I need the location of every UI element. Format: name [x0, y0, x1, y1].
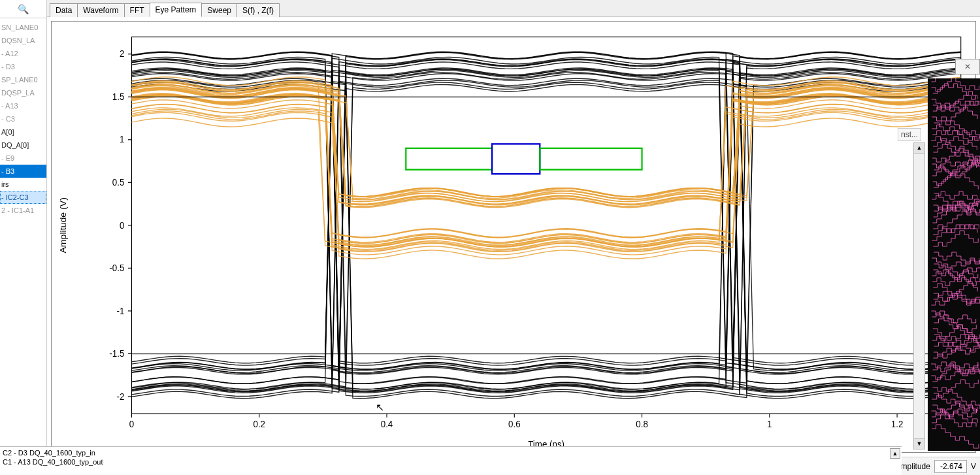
signal-item[interactable]: SN_LANE0 [0, 21, 46, 34]
log-panel: C2 - D3 DQ_40_1600_typ_in C1 - A13 DQ_40… [0, 446, 902, 475]
log-line: C1 - A13 DQ_40_1600_typ_out [3, 457, 899, 467]
svg-rect-37 [406, 148, 492, 170]
tab-eye-pattern[interactable]: Eye Pattern [150, 3, 203, 17]
signal-item[interactable]: - A13 [0, 99, 46, 112]
signal-item[interactable]: DQSP_LA [0, 86, 46, 99]
svg-text:0: 0 [120, 220, 125, 230]
signal-item[interactable]: - IC2-C3 [0, 191, 46, 204]
tab-fft[interactable]: FFT [124, 3, 150, 17]
svg-text:1: 1 [120, 135, 124, 144]
view-tabs: DataWaveformFFTEye PatternSweepS(f) , Z(… [47, 0, 980, 17]
svg-text:0.6: 0.6 [508, 419, 521, 429]
signal-item[interactable]: DQ_A[0] [0, 139, 46, 152]
amplitude-unit: V [971, 462, 976, 471]
svg-text:-1: -1 [116, 306, 124, 316]
signal-list[interactable]: SN_LANE0DQSN_LA- A12- D3SP_LANE0DQSP_LA-… [0, 18, 46, 462]
svg-text:2: 2 [120, 49, 124, 59]
scroll-down-icon[interactable]: ▼ [914, 438, 924, 449]
svg-text:0.4: 0.4 [381, 419, 393, 429]
scroll-up-icon[interactable]: ▲ [890, 448, 900, 459]
svg-text:0.8: 0.8 [636, 419, 648, 429]
eye-diagram-plot[interactable]: -2-1.5-1-0.500.511.5200.20.40.60.811.2Ti… [51, 21, 976, 453]
pcb-layout-preview [928, 78, 980, 451]
tab-sweep[interactable]: Sweep [201, 3, 237, 17]
signal-item[interactable]: A[0] [0, 125, 46, 139]
signal-item[interactable]: 2 - IC1-A1 [0, 204, 46, 217]
tab-data[interactable]: Data [50, 3, 78, 17]
svg-text:0: 0 [129, 419, 135, 429]
svg-rect-39 [540, 148, 642, 170]
main: DataWaveformFFTEye PatternSweepS(f) , Z(… [47, 0, 980, 475]
svg-text:-0.5: -0.5 [109, 263, 124, 273]
svg-text:1.5: 1.5 [112, 92, 125, 102]
amplitude-readout: -2.674 [934, 460, 967, 473]
right-scrollbar[interactable]: ▲ ▼ [913, 142, 925, 450]
svg-text:-2: -2 [116, 391, 124, 401]
tab-waveform[interactable]: Waveform [77, 3, 124, 17]
svg-text:0.5: 0.5 [112, 178, 125, 188]
signal-item[interactable]: - C3 [0, 112, 46, 125]
sidebar: 🔍 SN_LANE0DQSN_LA- A12- D3SP_LANE0DQSP_L… [0, 0, 47, 475]
svg-text:-1.5: -1.5 [109, 349, 124, 359]
scroll-up-icon[interactable]: ▲ [914, 143, 924, 154]
signal-item[interactable]: - E9 [0, 152, 46, 165]
svg-rect-38 [492, 144, 540, 174]
close-icon[interactable]: ✕ [955, 59, 980, 74]
log-line: C2 - D3 DQ_40_1600_typ_in [3, 448, 899, 457]
signal-item[interactable]: - A12 [0, 47, 46, 60]
svg-text:1: 1 [767, 419, 772, 429]
signal-item[interactable]: - B3 [0, 165, 46, 178]
tab-s-f-z-f-[interactable]: S(f) , Z(f) [237, 3, 280, 17]
signal-item[interactable]: irs [0, 178, 46, 191]
signal-item[interactable]: - D3 [0, 60, 46, 73]
binoculars-icon[interactable]: 🔍 [0, 0, 46, 18]
svg-text:1.2: 1.2 [891, 419, 904, 429]
signal-item[interactable]: DQSN_LA [0, 34, 46, 47]
svg-text:Amplitude (V): Amplitude (V) [59, 197, 69, 253]
signal-item[interactable]: SP_LANE0 [0, 73, 46, 86]
right-tab-hint[interactable]: nst... [898, 128, 921, 141]
svg-text:0.2: 0.2 [253, 419, 265, 429]
